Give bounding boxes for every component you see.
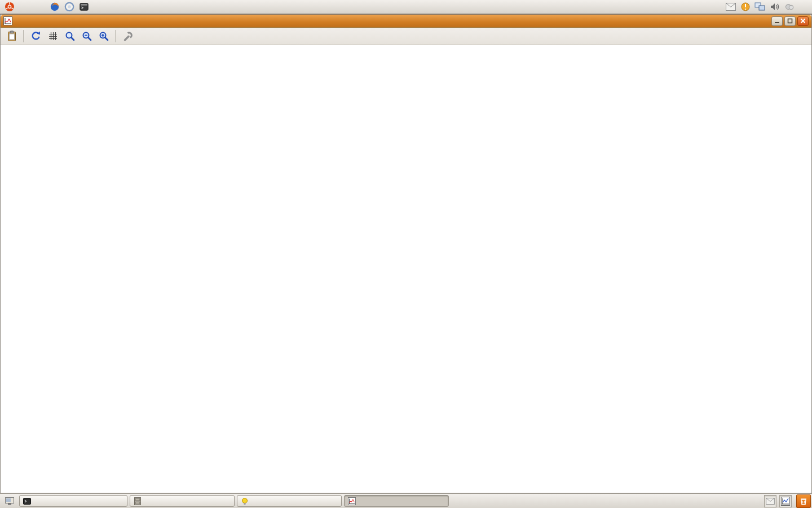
plot-area [1,45,811,493]
mail-tray-icon[interactable] [764,495,776,507]
minimize-button[interactable] [771,16,783,26]
toolbar-separator [115,30,116,42]
weather-icon[interactable] [784,1,795,12]
maximize-button[interactable] [784,16,796,26]
zoom-next-button[interactable] [79,29,94,43]
gajim-icon [241,497,249,505]
taskbar-button-gnuplot[interactable] [344,495,449,507]
close-button[interactable] [797,16,809,26]
taskbar-button-terminal[interactable] [19,495,127,507]
terminal-launcher-icon[interactable] [78,1,90,13]
config-button[interactable] [120,29,135,43]
grid-button[interactable] [45,29,60,43]
taskbar [0,493,812,508]
toolbar [1,28,811,45]
toolbar-separator [23,30,24,42]
chart-sample-waveform[interactable] [1,50,811,134]
menu-places[interactable] [27,6,37,8]
desktop [0,0,812,508]
copy-clipboard-button[interactable] [4,29,19,43]
taskbar-button-file-browser[interactable] [130,495,235,507]
taskbar-button-gajim[interactable] [237,495,342,507]
window-buttons [771,16,811,26]
file-cabinet-icon [134,497,142,505]
volume-icon[interactable] [769,1,780,12]
titlebar[interactable] [1,15,811,28]
network-icon[interactable] [754,1,766,12]
mail-icon[interactable] [725,1,736,12]
chart-correlation[interactable] [1,310,811,480]
panel-status-area [725,1,810,12]
trash-applet[interactable] [796,494,811,508]
plot-tray-icon[interactable] [779,495,792,507]
update-icon[interactable] [740,1,751,12]
zoom-previous-button[interactable] [62,29,77,43]
show-desktop-button[interactable] [3,495,16,507]
browser-launcher-icon[interactable] [48,1,61,13]
help-button[interactable] [137,29,152,43]
menu-applications[interactable] [17,6,27,8]
replot-button[interactable] [28,29,43,43]
terminal-icon [23,497,31,505]
gnuplot-window [0,15,812,493]
gnuplot-icon [348,497,356,505]
gnuplot-window-icon [3,16,13,26]
top-panel [0,0,812,14]
help-launcher-icon[interactable] [63,1,76,13]
ubuntu-menu-icon[interactable] [3,1,16,13]
taskbar-tray [754,494,811,508]
menu-system[interactable] [37,6,47,8]
chart-echo[interactable] [1,137,811,306]
zoom-autoscale-button[interactable] [96,29,111,43]
